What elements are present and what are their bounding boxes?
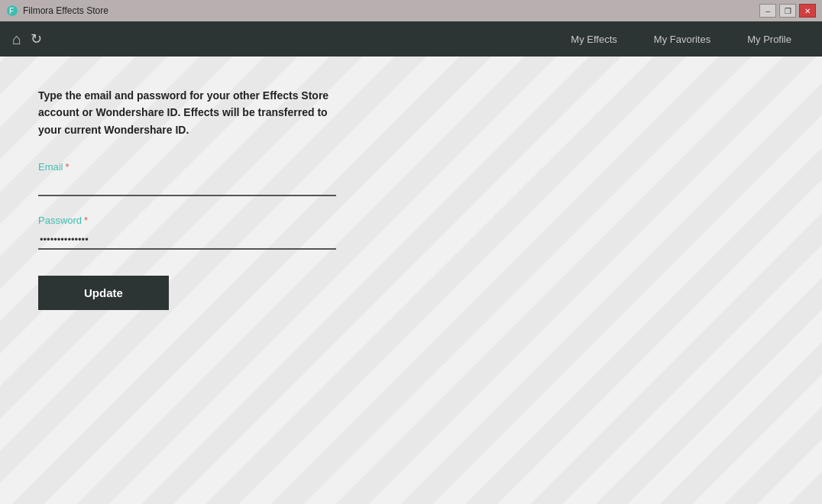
password-required: * (84, 215, 88, 226)
app-icon: F (6, 5, 18, 17)
svg-text:F: F (9, 7, 14, 15)
nav-right: My Effects My Favorites My Profile (552, 21, 810, 57)
email-label: Email* (38, 161, 344, 173)
nav-my-favorites[interactable]: My Favorites (636, 21, 729, 57)
update-button[interactable]: Update (38, 276, 169, 310)
home-icon[interactable]: ⌂ (12, 31, 21, 48)
nav-left: ⌂ ↻ (12, 31, 42, 48)
window-controls: – ❐ ✕ (759, 4, 816, 18)
minimize-button[interactable]: – (759, 4, 776, 18)
password-input[interactable] (38, 231, 336, 250)
email-required: * (66, 161, 70, 173)
form-container: Type the email and password for your oth… (0, 57, 382, 341)
title-bar: F Filmora Effects Store – ❐ ✕ (0, 0, 822, 21)
password-label: Password* (38, 215, 344, 226)
nav-bar: ⌂ ↻ My Effects My Favorites My Profile (0, 21, 822, 57)
window-title: Filmora Effects Store (23, 5, 108, 16)
email-input[interactable] (38, 177, 336, 196)
close-button[interactable]: ✕ (799, 4, 816, 18)
nav-my-effects[interactable]: My Effects (552, 21, 635, 57)
nav-my-profile[interactable]: My Profile (729, 21, 810, 57)
description-text: Type the email and password for your oth… (38, 87, 344, 138)
password-field-group: Password* (38, 215, 344, 250)
main-content: Type the email and password for your oth… (0, 57, 822, 504)
refresh-icon[interactable]: ↻ (31, 31, 42, 47)
restore-button[interactable]: ❐ (779, 4, 796, 18)
email-field-group: Email* (38, 161, 344, 196)
